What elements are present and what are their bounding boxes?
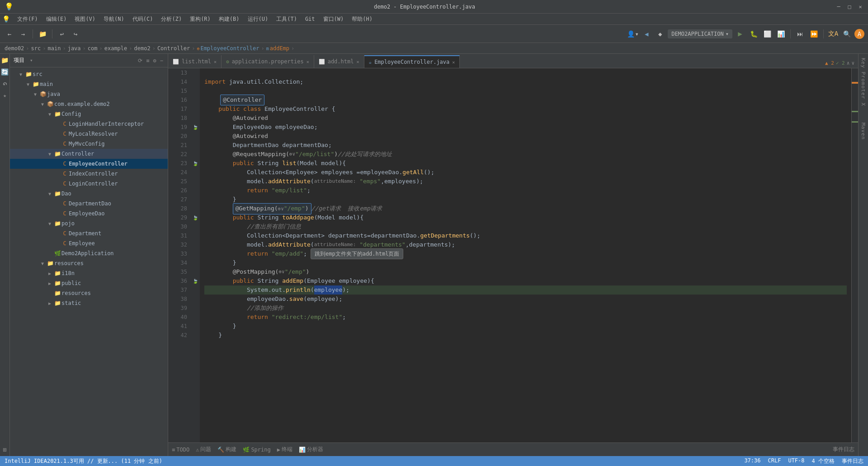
avatar-button[interactable]: A xyxy=(854,29,864,39)
gutter-icon-23[interactable]: 🍃 xyxy=(191,159,200,168)
gutter-icon-36[interactable]: 🍃 xyxy=(191,276,200,285)
undo-button[interactable]: ↩ xyxy=(56,28,68,40)
breadcrumb-src[interactable]: src xyxy=(31,45,41,52)
tree-item-dao[interactable]: ▼ 📁 Dao xyxy=(10,189,168,199)
key-promoter-x[interactable]: Key Promoter X xyxy=(859,56,867,108)
tab-close-add[interactable]: ✕ xyxy=(356,59,359,64)
tree-item-resources[interactable]: ▼ 📁 resources xyxy=(10,258,168,268)
tree-item-my-mvc[interactable]: C MyMvcConfig xyxy=(10,139,168,149)
menu-window[interactable]: 窗口(W) xyxy=(320,14,348,24)
menu-refactor[interactable]: 重构(R) xyxy=(186,14,214,24)
tree-item-login-handler[interactable]: C LoginHandlerInterceptor xyxy=(10,119,168,129)
panel-sync[interactable]: ⟳ xyxy=(137,57,143,65)
breadcrumb-java[interactable]: java xyxy=(68,45,81,52)
breadcrumb-root[interactable]: demo02 xyxy=(5,45,24,52)
forward-button[interactable]: → xyxy=(17,28,29,40)
profile-button[interactable]: 📊 xyxy=(775,28,787,40)
menu-build[interactable]: 构建(B) xyxy=(215,14,243,24)
navigate-back[interactable]: ◀ xyxy=(641,28,652,40)
panel-settings[interactable]: ⚙ xyxy=(152,57,157,65)
tree-item-employee-dao[interactable]: C EmployeeDao xyxy=(10,209,168,219)
title-bar-controls[interactable]: ─ □ ✕ xyxy=(835,4,863,10)
menu-help[interactable]: 帮助(H) xyxy=(348,14,376,24)
panel-minimize[interactable]: − xyxy=(159,57,164,65)
menu-nav[interactable]: 导航(N) xyxy=(100,14,128,24)
tree-item-department[interactable]: C Department xyxy=(10,228,168,238)
terminal-tab[interactable]: ▶ 终端 xyxy=(277,446,292,453)
sidebar-icon-bottom[interactable]: ⊞ xyxy=(1,446,9,454)
coverage-button[interactable]: ⬜ xyxy=(761,28,773,40)
event-log[interactable]: 事件日志 xyxy=(833,446,854,453)
menu-analyze[interactable]: 分析(Z) xyxy=(157,14,185,24)
breadcrumb-main[interactable]: main xyxy=(48,45,61,52)
code-content[interactable]: import java.util.Collection; @Controller… xyxy=(200,68,851,442)
tree-item-src[interactable]: ▼ 📁 src xyxy=(10,69,168,79)
tab-list-html[interactable]: ⬜ list.html ✕ xyxy=(168,55,222,68)
tree-item-my-local[interactable]: C MyLocalResolver xyxy=(10,129,168,139)
tree-item-index-controller[interactable]: C IndexController xyxy=(10,169,168,179)
breadcrumb-example[interactable]: example xyxy=(104,45,127,52)
tab-add-html[interactable]: ⬜ add.html ✕ xyxy=(314,55,364,68)
redo-button[interactable]: ↪ xyxy=(70,28,81,40)
sidebar-icon-git[interactable]: G xyxy=(1,80,9,88)
panel-dropdown[interactable]: ▾ xyxy=(30,57,33,63)
menu-git[interactable]: Git xyxy=(302,15,319,23)
tree-item-login-controller[interactable]: C LoginController xyxy=(10,179,168,189)
debug-button[interactable]: 🐛 xyxy=(748,28,760,40)
tree-item-department-dao[interactable]: C DepartmentDao xyxy=(10,199,168,209)
line-separator[interactable]: CRLF xyxy=(768,457,781,465)
tree-item-package[interactable]: ▼ 📦 com.example.demo2 xyxy=(10,99,168,109)
breadcrumb-employee-controller[interactable]: ⊕EmployeeController xyxy=(197,45,259,52)
tab-employee-controller[interactable]: ☕ EmployeeController.java ✕ xyxy=(364,55,460,68)
sidebar-icon-2[interactable]: 🔄 xyxy=(1,68,9,76)
tab-close-props[interactable]: ✕ xyxy=(307,59,309,64)
issues-tab[interactable]: ⚠ 问题 xyxy=(196,446,211,453)
menu-file[interactable]: 文件(F) xyxy=(14,14,42,24)
sidebar-icon-1[interactable]: 📁 xyxy=(1,56,9,64)
profiler-tab[interactable]: 📊 分析器 xyxy=(299,446,323,453)
tab-close-controller[interactable]: ✕ xyxy=(452,60,455,65)
tree-item-employee-controller[interactable]: C EmployeeController xyxy=(10,159,168,169)
menu-tools[interactable]: 工具(T) xyxy=(273,14,301,24)
breadcrumb-demo2[interactable]: demo2 xyxy=(134,45,151,52)
tree-item-java[interactable]: ▼ 📦 java xyxy=(10,89,168,99)
tree-item-config[interactable]: ▼ 📁 Config xyxy=(10,109,168,119)
code-editor[interactable]: 13 14 15 16 17 18 19 20 21 22 23 24 25 2… xyxy=(168,68,858,442)
tree-item-main[interactable]: ▼ 📁 main xyxy=(10,79,168,89)
gutter-icon-29[interactable]: 🍃 xyxy=(191,213,200,222)
panel-maven[interactable]: Maven xyxy=(859,121,867,142)
search-button[interactable]: 🔍 xyxy=(841,28,853,40)
run-button[interactable]: ▶ xyxy=(734,28,746,40)
todo-tab[interactable]: ≡ TODO xyxy=(172,447,189,453)
back-button[interactable]: ← xyxy=(4,28,15,40)
encoding[interactable]: UTF-8 xyxy=(788,457,804,465)
breadcrumb-controller[interactable]: Controller xyxy=(157,45,190,52)
step-over[interactable]: ⏭ xyxy=(794,28,806,40)
menu-edit[interactable]: 编辑(E) xyxy=(42,14,71,24)
sidebar-icon-bookmark[interactable]: ★ xyxy=(1,91,9,100)
cursor-position[interactable]: 37:36 xyxy=(744,457,760,465)
account-button[interactable]: 👤▾ xyxy=(627,28,639,40)
tab-close-list[interactable]: ✕ xyxy=(214,59,217,64)
panel-collapse[interactable]: ≡ xyxy=(145,57,150,65)
build-tab[interactable]: 🔨 构建 xyxy=(217,446,236,453)
run-config-selector[interactable]: DEMO2APPLICATION ▾ xyxy=(668,29,732,38)
menu-code[interactable]: 代码(C) xyxy=(129,14,157,24)
nav-up[interactable]: ∧ xyxy=(847,60,850,66)
step-out[interactable]: ⏩ xyxy=(808,28,820,40)
breadcrumb-com[interactable]: com xyxy=(88,45,98,52)
navigate-fwd[interactable]: ◆ xyxy=(654,28,666,40)
maximize-button[interactable]: □ xyxy=(846,4,853,10)
tree-item-controller[interactable]: ▼ 📁 Controller xyxy=(10,149,168,159)
menu-run[interactable]: 运行(U) xyxy=(244,14,272,24)
tree-item-i18n[interactable]: ▶ 📁 i18n xyxy=(10,268,168,278)
tab-app-props[interactable]: ⚙ application.properties ✕ xyxy=(222,55,314,68)
breadcrumb-add-emp[interactable]: maddEmp xyxy=(266,45,289,52)
tree-item-public[interactable]: ▶ 📁 public xyxy=(10,278,168,288)
minimize-button[interactable]: ─ xyxy=(835,4,842,10)
nav-down[interactable]: ∨ xyxy=(851,60,854,66)
tree-item-pojo[interactable]: ▼ 📁 pojo xyxy=(10,219,168,228)
spring-tab[interactable]: 🌿 Spring xyxy=(243,447,270,453)
indent[interactable]: 4 个空格 xyxy=(812,457,835,465)
tree-item-resources-sub[interactable]: 📁 resources xyxy=(10,288,168,298)
